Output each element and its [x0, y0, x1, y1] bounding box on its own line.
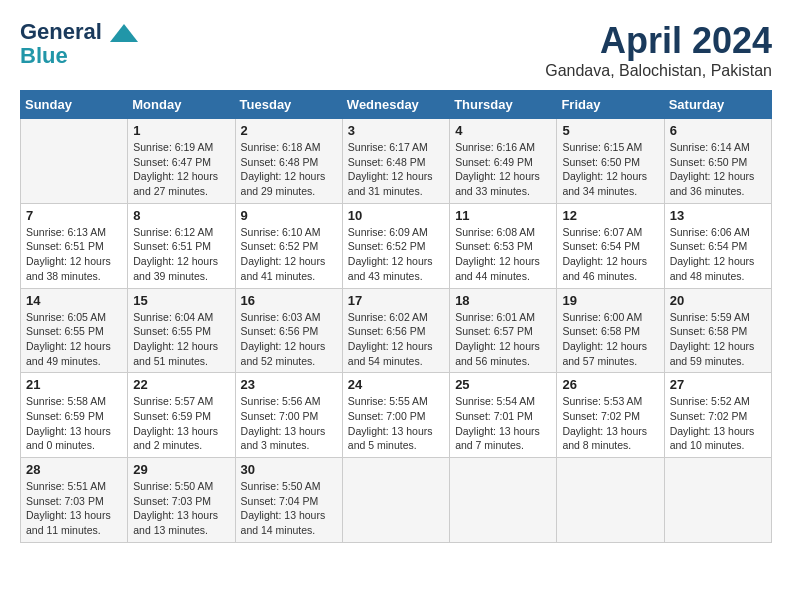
logo: General Blue	[20, 20, 138, 68]
day-info: Sunrise: 6:04 AM Sunset: 6:55 PM Dayligh…	[133, 310, 229, 369]
day-info: Sunrise: 6:16 AM Sunset: 6:49 PM Dayligh…	[455, 140, 551, 199]
day-number: 30	[241, 462, 337, 477]
day-info: Sunrise: 5:57 AM Sunset: 6:59 PM Dayligh…	[133, 394, 229, 453]
calendar-cell: 19Sunrise: 6:00 AM Sunset: 6:58 PM Dayli…	[557, 288, 664, 373]
calendar-cell: 30Sunrise: 5:50 AM Sunset: 7:04 PM Dayli…	[235, 458, 342, 543]
day-info: Sunrise: 6:02 AM Sunset: 6:56 PM Dayligh…	[348, 310, 444, 369]
weekday-header: Monday	[128, 91, 235, 119]
day-info: Sunrise: 5:59 AM Sunset: 6:58 PM Dayligh…	[670, 310, 766, 369]
day-info: Sunrise: 6:06 AM Sunset: 6:54 PM Dayligh…	[670, 225, 766, 284]
day-number: 13	[670, 208, 766, 223]
calendar-cell: 16Sunrise: 6:03 AM Sunset: 6:56 PM Dayli…	[235, 288, 342, 373]
calendar-cell: 12Sunrise: 6:07 AM Sunset: 6:54 PM Dayli…	[557, 203, 664, 288]
logo-blue: Blue	[20, 44, 138, 68]
day-number: 23	[241, 377, 337, 392]
calendar-cell: 29Sunrise: 5:50 AM Sunset: 7:03 PM Dayli…	[128, 458, 235, 543]
day-number: 22	[133, 377, 229, 392]
calendar-cell: 22Sunrise: 5:57 AM Sunset: 6:59 PM Dayli…	[128, 373, 235, 458]
day-info: Sunrise: 6:03 AM Sunset: 6:56 PM Dayligh…	[241, 310, 337, 369]
day-info: Sunrise: 5:58 AM Sunset: 6:59 PM Dayligh…	[26, 394, 122, 453]
day-info: Sunrise: 6:14 AM Sunset: 6:50 PM Dayligh…	[670, 140, 766, 199]
day-number: 11	[455, 208, 551, 223]
calendar-cell: 11Sunrise: 6:08 AM Sunset: 6:53 PM Dayli…	[450, 203, 557, 288]
day-info: Sunrise: 6:10 AM Sunset: 6:52 PM Dayligh…	[241, 225, 337, 284]
day-info: Sunrise: 5:51 AM Sunset: 7:03 PM Dayligh…	[26, 479, 122, 538]
calendar-week-row: 14Sunrise: 6:05 AM Sunset: 6:55 PM Dayli…	[21, 288, 772, 373]
calendar-cell	[557, 458, 664, 543]
day-number: 24	[348, 377, 444, 392]
calendar-cell: 20Sunrise: 5:59 AM Sunset: 6:58 PM Dayli…	[664, 288, 771, 373]
calendar-week-row: 21Sunrise: 5:58 AM Sunset: 6:59 PM Dayli…	[21, 373, 772, 458]
weekday-header: Friday	[557, 91, 664, 119]
day-number: 16	[241, 293, 337, 308]
day-info: Sunrise: 6:01 AM Sunset: 6:57 PM Dayligh…	[455, 310, 551, 369]
calendar-cell: 14Sunrise: 6:05 AM Sunset: 6:55 PM Dayli…	[21, 288, 128, 373]
day-info: Sunrise: 6:07 AM Sunset: 6:54 PM Dayligh…	[562, 225, 658, 284]
calendar-table: SundayMondayTuesdayWednesdayThursdayFrid…	[20, 90, 772, 543]
title-block: April 2024 Gandava, Balochistan, Pakista…	[545, 20, 772, 80]
calendar-week-row: 28Sunrise: 5:51 AM Sunset: 7:03 PM Dayli…	[21, 458, 772, 543]
calendar-cell: 23Sunrise: 5:56 AM Sunset: 7:00 PM Dayli…	[235, 373, 342, 458]
day-number: 2	[241, 123, 337, 138]
day-number: 27	[670, 377, 766, 392]
calendar-cell: 24Sunrise: 5:55 AM Sunset: 7:00 PM Dayli…	[342, 373, 449, 458]
day-info: Sunrise: 5:55 AM Sunset: 7:00 PM Dayligh…	[348, 394, 444, 453]
calendar-cell: 17Sunrise: 6:02 AM Sunset: 6:56 PM Dayli…	[342, 288, 449, 373]
day-number: 4	[455, 123, 551, 138]
day-number: 3	[348, 123, 444, 138]
day-info: Sunrise: 5:54 AM Sunset: 7:01 PM Dayligh…	[455, 394, 551, 453]
calendar-cell: 13Sunrise: 6:06 AM Sunset: 6:54 PM Dayli…	[664, 203, 771, 288]
day-number: 18	[455, 293, 551, 308]
day-number: 7	[26, 208, 122, 223]
weekday-header: Sunday	[21, 91, 128, 119]
calendar-cell: 6Sunrise: 6:14 AM Sunset: 6:50 PM Daylig…	[664, 119, 771, 204]
day-info: Sunrise: 6:09 AM Sunset: 6:52 PM Dayligh…	[348, 225, 444, 284]
day-number: 25	[455, 377, 551, 392]
calendar-cell: 26Sunrise: 5:53 AM Sunset: 7:02 PM Dayli…	[557, 373, 664, 458]
calendar-week-row: 7Sunrise: 6:13 AM Sunset: 6:51 PM Daylig…	[21, 203, 772, 288]
day-info: Sunrise: 6:00 AM Sunset: 6:58 PM Dayligh…	[562, 310, 658, 369]
page-header: General Blue April 2024 Gandava, Balochi…	[20, 20, 772, 80]
day-number: 21	[26, 377, 122, 392]
day-info: Sunrise: 5:50 AM Sunset: 7:03 PM Dayligh…	[133, 479, 229, 538]
calendar-cell: 21Sunrise: 5:58 AM Sunset: 6:59 PM Dayli…	[21, 373, 128, 458]
day-number: 8	[133, 208, 229, 223]
calendar-cell: 28Sunrise: 5:51 AM Sunset: 7:03 PM Dayli…	[21, 458, 128, 543]
calendar-cell: 7Sunrise: 6:13 AM Sunset: 6:51 PM Daylig…	[21, 203, 128, 288]
logo-general: General	[20, 19, 102, 44]
calendar-cell: 8Sunrise: 6:12 AM Sunset: 6:51 PM Daylig…	[128, 203, 235, 288]
calendar-cell: 5Sunrise: 6:15 AM Sunset: 6:50 PM Daylig…	[557, 119, 664, 204]
calendar-cell	[342, 458, 449, 543]
day-info: Sunrise: 6:13 AM Sunset: 6:51 PM Dayligh…	[26, 225, 122, 284]
calendar-cell: 1Sunrise: 6:19 AM Sunset: 6:47 PM Daylig…	[128, 119, 235, 204]
day-info: Sunrise: 6:17 AM Sunset: 6:48 PM Dayligh…	[348, 140, 444, 199]
calendar-cell: 4Sunrise: 6:16 AM Sunset: 6:49 PM Daylig…	[450, 119, 557, 204]
location-subtitle: Gandava, Balochistan, Pakistan	[545, 62, 772, 80]
day-number: 15	[133, 293, 229, 308]
day-info: Sunrise: 5:50 AM Sunset: 7:04 PM Dayligh…	[241, 479, 337, 538]
day-info: Sunrise: 6:19 AM Sunset: 6:47 PM Dayligh…	[133, 140, 229, 199]
day-number: 9	[241, 208, 337, 223]
calendar-cell: 9Sunrise: 6:10 AM Sunset: 6:52 PM Daylig…	[235, 203, 342, 288]
day-number: 10	[348, 208, 444, 223]
weekday-header: Thursday	[450, 91, 557, 119]
day-info: Sunrise: 5:52 AM Sunset: 7:02 PM Dayligh…	[670, 394, 766, 453]
day-number: 12	[562, 208, 658, 223]
calendar-cell	[21, 119, 128, 204]
day-number: 17	[348, 293, 444, 308]
day-number: 26	[562, 377, 658, 392]
logo-icon	[110, 24, 138, 42]
calendar-cell	[664, 458, 771, 543]
calendar-cell: 15Sunrise: 6:04 AM Sunset: 6:55 PM Dayli…	[128, 288, 235, 373]
weekday-header: Saturday	[664, 91, 771, 119]
weekday-header-row: SundayMondayTuesdayWednesdayThursdayFrid…	[21, 91, 772, 119]
day-info: Sunrise: 6:12 AM Sunset: 6:51 PM Dayligh…	[133, 225, 229, 284]
calendar-cell: 10Sunrise: 6:09 AM Sunset: 6:52 PM Dayli…	[342, 203, 449, 288]
day-info: Sunrise: 6:05 AM Sunset: 6:55 PM Dayligh…	[26, 310, 122, 369]
day-number: 28	[26, 462, 122, 477]
svg-marker-0	[110, 24, 138, 42]
calendar-cell	[450, 458, 557, 543]
day-info: Sunrise: 6:18 AM Sunset: 6:48 PM Dayligh…	[241, 140, 337, 199]
calendar-cell: 27Sunrise: 5:52 AM Sunset: 7:02 PM Dayli…	[664, 373, 771, 458]
day-info: Sunrise: 6:15 AM Sunset: 6:50 PM Dayligh…	[562, 140, 658, 199]
